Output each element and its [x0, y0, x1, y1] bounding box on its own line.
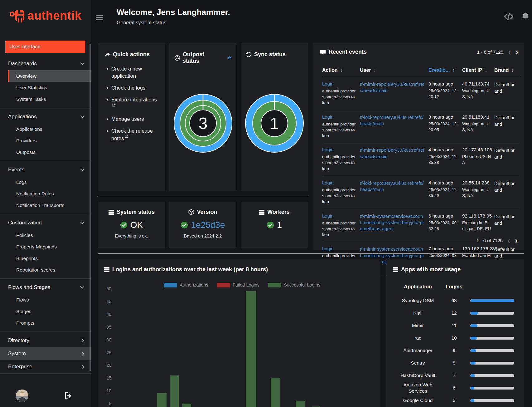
chevron-down-icon: [80, 285, 84, 289]
version-link[interactable]: 1e25d3e: [191, 220, 225, 230]
sidebar-group-toggle-applications[interactable]: Applications: [0, 110, 91, 123]
sidebar-item-reputation-scores[interactable]: Reputation scores: [8, 264, 91, 276]
event-creation-cell: 3 hours ago25/03/2024, 12:20:05: [428, 114, 462, 139]
pagination-next-icon[interactable]: ›: [515, 238, 518, 243]
event-action-link[interactable]: Login: [322, 147, 334, 152]
sidebar-item-providers[interactable]: Providers: [8, 135, 91, 146]
sidebar-group-toggle-customization[interactable]: Customization: [0, 216, 91, 229]
quick-actions-title: Quick actions: [113, 51, 150, 58]
legend-item-successful-logins[interactable]: Successful Logins: [268, 282, 320, 287]
event-user-cell: tf-mimir-system:serviceaccount:monitorin…: [360, 213, 428, 238]
app-usage-track: [470, 337, 514, 340]
sidebar-item-property-mappings[interactable]: Property Mappings: [8, 241, 91, 253]
event-user-link[interactable]: tf-mimir-system:serviceaccount:monitorin…: [360, 213, 425, 232]
sidebar-group-toggle-events[interactable]: Events: [0, 163, 91, 176]
event-user-link[interactable]: tf-loki-repo:BeryJu/k8s:ref:refs/heads/m…: [360, 180, 425, 193]
sidebar-group-applications: ApplicationsApplicationsProvidersOutpost…: [0, 108, 91, 161]
sidebar: authentik User interface DashboardsOverv…: [0, 0, 91, 407]
outpost-status-donut: 3: [173, 94, 233, 153]
sidebar-item-logs[interactable]: Logs: [8, 176, 91, 188]
user-interface-button[interactable]: User interface: [5, 41, 85, 53]
event-action-detail: authentik.providers.oauth2.views.token: [322, 154, 357, 172]
legend-item-failed-logins[interactable]: Failed Logins: [217, 282, 259, 287]
quick-action-check-the-release-notes[interactable]: •Check the release notes: [106, 127, 160, 142]
apps-table-body: Synology DSM68Kiali12Mimir11rac10Alertma…: [386, 294, 524, 407]
sidebar-item-notification-rules[interactable]: Notification Rules: [8, 188, 91, 199]
quick-action-explore-integrations[interactable]: •Explore integrations: [106, 96, 160, 111]
quick-actions-list: •Create a new application•Check the logs…: [106, 65, 160, 142]
sidebar-item-stages[interactable]: Stages: [8, 306, 91, 317]
event-action-link[interactable]: Login: [322, 114, 334, 120]
sync-status-title: Sync status: [254, 51, 286, 58]
app-usage-track: [470, 387, 514, 390]
column-header-creatio[interactable]: Creatio...↑: [428, 66, 462, 77]
event-user-link[interactable]: tf-mimir-repo:BeryJu/k8s:ref:refs/heads/…: [360, 147, 425, 160]
app-usage-track: [470, 399, 514, 402]
event-action-link[interactable]: Login: [322, 180, 334, 185]
pagination-prev-icon[interactable]: ‹: [508, 49, 511, 55]
apps-row-alertmanager: Alertmanager9: [386, 344, 524, 357]
column-header-brand[interactable]: Brand↕: [494, 66, 519, 77]
event-action-detail: authentik.providers.oauth2.views.token: [322, 220, 357, 238]
column-header-action[interactable]: Action↕: [322, 66, 360, 77]
event-user-cell: tf-mimir-repo:BeryJu/k8s:ref:refs/heads/…: [360, 147, 428, 172]
event-creation-cell: 4 hours ago25/03/2024, 11:35:38: [428, 147, 462, 172]
event-action-link[interactable]: Login: [322, 213, 334, 218]
sidebar-scrollbar[interactable]: [89, 44, 91, 371]
quick-action-label: Manage users: [111, 116, 144, 122]
sidebar-item-policies[interactable]: Policies: [8, 229, 91, 241]
api-browser-icon[interactable]: [503, 12, 514, 21]
sidebar-group-toggle-system[interactable]: System: [0, 347, 91, 360]
app-usage-track: [470, 374, 514, 377]
sidebar-item-outposts[interactable]: Outposts: [8, 146, 91, 158]
sidebar-group-toggle-flows-and-stages[interactable]: Flows and Stages: [0, 281, 91, 294]
sidebar-item-applications[interactable]: Applications: [8, 123, 91, 135]
app-login-count: 68: [443, 298, 465, 303]
sidebar-item-notification-transports[interactable]: Notification Transports: [8, 199, 91, 211]
sidebar-group-toggle-directory[interactable]: Directory: [0, 334, 91, 347]
sidebar-toggle-icon[interactable]: [96, 14, 103, 22]
legend-item-authorizations[interactable]: Authorizations: [164, 282, 208, 287]
event-creation-cell: 3 hours ago25/03/2024, 12:20:12: [428, 81, 462, 106]
event-ip: 20.172.43.108: [462, 147, 491, 152]
event-row: Loginauthentik.providers.oauth2.views.to…: [322, 176, 519, 209]
event-user-link[interactable]: tf-mimir-repo:BeryJu/k8s:ref:refs/heads/…: [360, 81, 425, 94]
column-header-client-ip[interactable]: Client IP↕: [462, 66, 494, 77]
pagination-prev-icon[interactable]: ‹: [508, 238, 510, 243]
outpost-link-icon[interactable]: [227, 55, 232, 61]
sidebar-item-prompts[interactable]: Prompts: [8, 317, 91, 329]
app-usage-fill: [470, 399, 474, 402]
sidebar-group-toggle-dashboards[interactable]: Dashboards: [0, 57, 91, 70]
event-timestamp: 25/03/2024, 09:52:28: [428, 220, 459, 232]
sidebar-item-flows[interactable]: Flows: [8, 294, 91, 306]
app-usage-track: [470, 312, 514, 315]
event-action-link[interactable]: Login: [322, 81, 334, 86]
event-time-ago: 6 hours ago: [428, 213, 459, 218]
chevron-down-icon: [80, 61, 84, 65]
sidebar-item-user-statistics[interactable]: User Statistics: [8, 82, 91, 93]
workers-title: Workers: [267, 209, 290, 215]
sidebar-group-flows-and-stages: Flows and StagesFlowsStagesPrompts: [0, 278, 91, 331]
app-usage-track: [470, 349, 514, 352]
quick-action-check-the-logs[interactable]: •Check the logs: [106, 84, 160, 91]
sidebar-group-label: Directory: [8, 337, 29, 344]
sidebar-item-blueprints[interactable]: Blueprints: [8, 253, 91, 264]
sidebar-footer: [0, 387, 91, 407]
quick-action-manage-users[interactable]: •Manage users: [106, 115, 160, 123]
authentik-logo[interactable]: authentik: [9, 9, 81, 22]
sidebar-group-toggle-enterprise[interactable]: Enterprise: [0, 360, 91, 373]
sidebar-item-label: Overview: [16, 73, 36, 79]
column-header-user[interactable]: User↕: [360, 66, 428, 77]
user-avatar[interactable]: [16, 390, 28, 402]
logout-icon[interactable]: [64, 392, 72, 400]
notifications-bell-icon[interactable]: [521, 12, 530, 21]
sidebar-item-label: Flows: [16, 297, 29, 303]
event-client-ip-cell: 92.116.178.95Freiburg im Breisgau, DE, E…: [462, 213, 494, 238]
quick-action-create-a-new-application[interactable]: •Create a new application: [106, 65, 160, 80]
pagination-next-icon[interactable]: ›: [516, 49, 518, 55]
sidebar-item-overview[interactable]: Overview: [8, 70, 91, 82]
sidebar-item-system-tasks[interactable]: System Tasks: [8, 93, 91, 105]
event-user-link[interactable]: tf-loki-repo:BeryJu/k8s:ref:refs/heads/m…: [360, 114, 425, 127]
app-usage-fill: [470, 362, 476, 365]
event-action-link[interactable]: Login: [322, 246, 334, 251]
